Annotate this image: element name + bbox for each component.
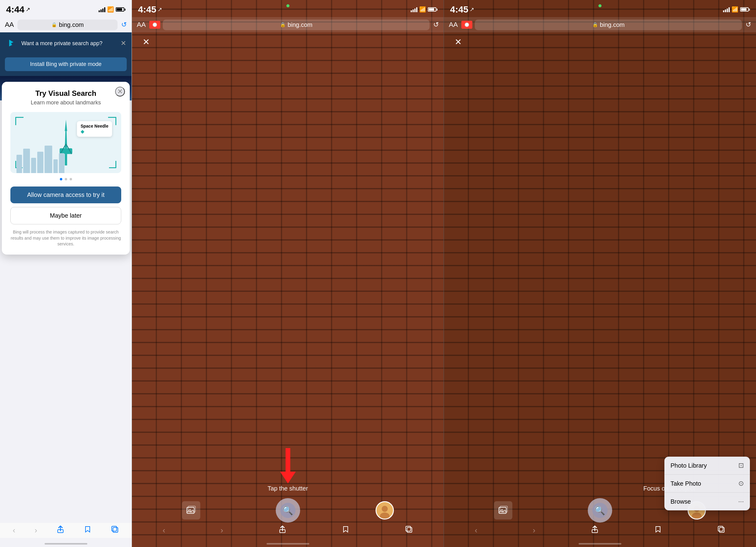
tabs-button-p1[interactable]: [108, 523, 121, 538]
location-arrow-p1: ↗: [26, 6, 30, 13]
url-container-p2[interactable]: 🔒 bing.com: [163, 20, 430, 30]
svg-rect-18: [406, 526, 411, 531]
info-card-icon: ◆: [81, 129, 108, 134]
menu-item-photo-library[interactable]: Photo Library ⊡: [664, 457, 750, 475]
bookmark-icon-p3: [654, 525, 662, 533]
status-time-p1: 4:44: [6, 4, 24, 15]
bing-install-button[interactable]: Install Bing with private mode: [5, 57, 127, 71]
tabs-button-p3[interactable]: [715, 523, 728, 538]
forward-button-p2[interactable]: ›: [218, 523, 226, 538]
browse-menu-icon: ···: [738, 498, 744, 505]
modal-close-button[interactable]: ✕: [115, 87, 125, 96]
signal-bar-1: [99, 10, 100, 12]
signal-bar-2: [100, 9, 102, 12]
bookmark-button-p2[interactable]: [339, 523, 352, 538]
back-button-p1[interactable]: ‹: [10, 523, 18, 538]
nav-url-p1: bing.com: [59, 21, 84, 28]
svg-rect-19: [407, 527, 412, 532]
dot-1[interactable]: [60, 178, 62, 180]
building-2: [23, 149, 30, 173]
battery-icon-p3: [740, 7, 750, 12]
dot-2[interactable]: [65, 178, 67, 180]
svg-rect-27: [718, 526, 723, 531]
tap-shutter-label: Tap the shutter: [267, 485, 308, 492]
recording-indicator-p2: [286, 4, 289, 7]
lock-icon-p2: 🔒: [280, 22, 286, 27]
red-arrow-annotation: [276, 448, 300, 486]
nav-aa-p2[interactable]: AA: [137, 21, 146, 29]
nav-reload-p1[interactable]: ↺: [121, 21, 127, 29]
forward-button-p1[interactable]: ›: [32, 523, 40, 538]
wifi-icon-p1: 📶: [107, 6, 114, 13]
share-button-p3[interactable]: [588, 523, 601, 538]
recording-indicator-p3: [598, 4, 602, 7]
share-button-p2[interactable]: [276, 523, 289, 538]
photo-library-icon-p2[interactable]: [182, 501, 200, 520]
back-button-p2[interactable]: ‹: [160, 523, 168, 538]
nav-aa-p3[interactable]: AA: [449, 21, 458, 29]
shutter-button-p3[interactable]: 🔍: [588, 498, 612, 523]
close-button-p2[interactable]: ✕: [139, 35, 153, 49]
search-glass-icon: 🔍: [282, 505, 293, 516]
search-glass-icon-p3: 🔍: [594, 505, 605, 516]
tabs-button-p2[interactable]: [402, 523, 415, 538]
tap-shutter-text: Tap the shutter: [257, 485, 318, 492]
lock-icon-p3: 🔒: [592, 22, 598, 27]
p2-top-ui: 4:45 ↗ 📶 AA: [132, 0, 444, 32]
bottom-toolbar-p2: ‹ ›: [132, 523, 444, 538]
svg-point-15: [382, 506, 388, 512]
allow-camera-button[interactable]: Allow camera access to try it: [10, 187, 121, 203]
location-arrow-p3: ↗: [470, 6, 474, 13]
building-3: [31, 158, 36, 173]
photo-library-svg-p3: [498, 505, 508, 516]
building-1: [16, 155, 22, 173]
avatar-p2[interactable]: [376, 501, 394, 520]
dot-3[interactable]: [70, 178, 72, 180]
p3-top-ui: 4:45 ↗ 📶 AA: [444, 0, 756, 32]
bookmark-button-p1[interactable]: [81, 523, 94, 538]
shutter-inner-p3: 🔍: [592, 503, 608, 518]
share-button-p1[interactable]: [54, 523, 67, 538]
shutter-button-p2[interactable]: 🔍: [276, 498, 300, 523]
camera-lens-p2: [153, 23, 157, 27]
menu-item-browse[interactable]: Browse ···: [664, 493, 750, 510]
bing-install-section: Install Bing with private mode: [0, 54, 132, 76]
tabs-icon-p2: [405, 525, 413, 533]
menu-item-take-photo[interactable]: Take Photo ⊙: [664, 475, 750, 493]
take-photo-menu-icon: ⊙: [738, 480, 744, 487]
reload-p2[interactable]: ↺: [433, 21, 439, 29]
city-bg-illustration: [10, 146, 121, 173]
bookmark-button-p3[interactable]: [652, 523, 664, 538]
home-indicator-p1: [45, 543, 87, 545]
url-container-p3[interactable]: 🔒 bing.com: [475, 20, 742, 30]
battery-icon-p1: [116, 7, 125, 12]
building-7: [59, 153, 64, 173]
forward-button-p3[interactable]: ›: [530, 523, 538, 538]
signal-p2: [411, 7, 417, 12]
panel2: 4:45 ↗ 📶 AA: [132, 0, 444, 547]
svg-rect-28: [719, 527, 724, 532]
bing-logo-icon: [5, 37, 18, 49]
back-button-p3[interactable]: ‹: [472, 523, 480, 538]
nav-bar-p3: AA 🔒 bing.com ↺: [444, 17, 756, 32]
privacy-text: Bing will process the images captured to…: [10, 229, 121, 247]
camera-recording-icon-p3: [461, 21, 472, 29]
bing-banner-close-icon[interactable]: ✕: [121, 39, 126, 47]
photo-library-svg: [186, 505, 196, 516]
status-icons-p3: 📶: [723, 6, 750, 13]
svg-rect-10: [113, 527, 118, 532]
nav-aa-p1[interactable]: AA: [5, 21, 14, 29]
status-time-p3: 4:45: [450, 4, 468, 15]
visual-search-modal: ✕ Try Visual Search Learn more about lan…: [2, 82, 130, 255]
status-bar-p2: 4:45 ↗ 📶: [132, 0, 444, 17]
close-button-p3[interactable]: ✕: [451, 35, 465, 49]
close-x-label-p3: ✕: [455, 37, 462, 47]
wifi-icon-p2: 📶: [419, 6, 426, 13]
status-time-p2: 4:45: [138, 4, 156, 15]
nav-bar-p2: AA 🔒 bing.com ↺: [132, 17, 444, 32]
home-indicator-p3: [579, 543, 621, 545]
reload-p3[interactable]: ↺: [746, 21, 751, 29]
nav-url-container-p1[interactable]: 🔒 bing.com: [17, 20, 118, 30]
maybe-later-button[interactable]: Maybe later: [10, 207, 121, 224]
photo-library-icon-p3[interactable]: [494, 501, 512, 520]
